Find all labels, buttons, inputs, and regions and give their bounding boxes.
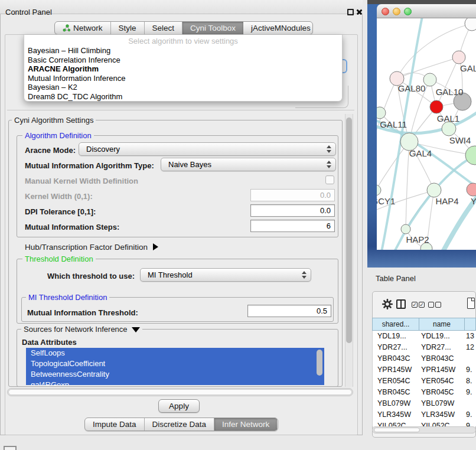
dropdown-item-bayesian-hill-climbing[interactable]: Bayesian – Hill Climbing — [27, 46, 339, 56]
table-cell: 9. — [466, 410, 472, 419]
table-row[interactable]: YBL079WYBL079W — [373, 398, 476, 409]
which-threshold-combobox[interactable]: MI Threshold — [140, 268, 311, 282]
tab-cyni-toolbox[interactable]: Cyni Toolbox — [182, 22, 243, 34]
mi-steps-field[interactable]: 6 — [250, 220, 335, 232]
zoom-window-button[interactable] — [404, 8, 412, 15]
table-row[interactable]: YLR345WYLR345W9. — [373, 409, 476, 420]
table-row[interactable]: YDR27...YDR27...12 — [373, 342, 476, 353]
which-threshold-label: Which threshold to use: — [47, 272, 135, 281]
checked-checkbox-icon[interactable]: ✓ — [412, 302, 418, 308]
table-row[interactable]: YBR043CYBR043C — [373, 353, 476, 364]
stepper-arrows-icon — [327, 145, 331, 153]
unchecked-checkbox-icon[interactable] — [435, 302, 441, 308]
table-cell: YBR045C — [377, 388, 410, 396]
network-node[interactable] — [401, 224, 410, 234]
tab-network[interactable]: Network — [55, 22, 110, 34]
algorithm-dropdown-list: Bayesian – Hill ClimbingBasic Correlatio… — [27, 46, 339, 102]
tab-discretize-data[interactable]: Discretize Data — [144, 418, 214, 431]
tab-label: Discretize Data — [152, 420, 207, 429]
control-panel-titlebar — [0, 0, 363, 14]
network-node-label: GAL — [460, 63, 476, 73]
network-node[interactable] — [452, 51, 465, 64]
table-rows: YDL19...YDL19...13YDR27...YDR27...12YBR0… — [372, 331, 476, 426]
stepper-arrows-icon — [327, 161, 331, 168]
table-column-header-name[interactable]: name — [419, 318, 464, 331]
minimized-panel-icon[interactable] — [4, 446, 17, 450]
attribute-item-selfloops[interactable]: SelfLoops — [26, 348, 324, 358]
network-node[interactable] — [442, 122, 456, 136]
attribute-item-gal4rgexp[interactable]: gal4RGexp — [26, 380, 324, 385]
dropdown-item-dream8-dc-tdc-algorithm[interactable]: Dream8 DC_TDC Algorithm — [27, 92, 339, 102]
network-window-titlebar[interactable] — [377, 4, 476, 18]
mi-threshold-definition-legend: MI Threshold Definition — [26, 293, 109, 302]
expander-right-arrow-icon — [153, 243, 158, 250]
sources-legend[interactable]: Sources for Network Inference — [21, 325, 142, 334]
manual-kernel-width-checkbox[interactable] — [325, 175, 334, 184]
table-cell: YER054C — [377, 377, 410, 385]
dpi-tolerance-field[interactable]: 0.0 — [250, 204, 335, 217]
unchecked-checkbox-icon[interactable] — [428, 302, 434, 308]
tab-infer-network[interactable]: Infer Network — [214, 418, 277, 431]
aracne-mode-label: Aracne Mode: — [25, 146, 76, 155]
table-column-header-shared[interactable]: shared... — [372, 318, 419, 331]
tab-style[interactable]: Style — [110, 22, 144, 34]
minimize-window-button[interactable] — [393, 8, 400, 15]
mi-steps-label: Mutual Information Steps: — [25, 223, 119, 231]
network-node[interactable] — [465, 146, 476, 165]
network-node[interactable] — [465, 18, 476, 31]
dropdown-item-mutual-information-inference[interactable]: Mutual Information Inference — [27, 74, 339, 83]
close-icon[interactable] — [356, 8, 363, 16]
apply-button[interactable]: Apply — [158, 399, 200, 413]
close-window-button[interactable] — [382, 8, 389, 15]
dpi-tolerance-label: DPI Tolerance [0,1]: — [25, 207, 96, 216]
threshold-definition-legend: Threshold Definition — [22, 255, 96, 263]
network-node[interactable] — [467, 183, 476, 196]
table-row[interactable]: YER054CYER054C8. — [373, 376, 476, 387]
screen: Control Panel NetworkStyleSelectCyni Too… — [0, 0, 476, 450]
settings-vertical-scrollbar-thumb[interactable] — [346, 118, 352, 343]
data-attributes-scrollbar-thumb[interactable] — [317, 350, 322, 376]
attribute-item-betweennesscentrality[interactable]: BetweennessCentrality — [26, 369, 324, 380]
table-horizontal-scrollbar-thumb[interactable] — [374, 428, 420, 432]
cyni-algorithm-settings-legend: Cyni Algorithm Settings — [12, 116, 96, 125]
checked-checkbox-icon[interactable]: ✓ — [419, 302, 425, 308]
tab-impute-data[interactable]: Impute Data — [85, 418, 144, 431]
tab-label: Select — [152, 24, 175, 32]
tab-jactivemnodules[interactable]: jActiveMNodules — [243, 22, 313, 34]
network-view-canvas[interactable]: GALGAL80GAL10GAL1GAL11SWI4GAL4GCY1HAP4YH… — [377, 18, 476, 250]
table-row[interactable]: YBR045CYBR045C9. — [373, 387, 476, 398]
network-node[interactable] — [430, 100, 443, 113]
dropdown-item-bayesian-k2[interactable]: Bayesian – K2 — [27, 83, 339, 92]
table-header-row: shared...name — [372, 318, 476, 331]
document-icon[interactable] — [467, 298, 475, 309]
table-row[interactable]: YDL19...YDL19...13 — [373, 331, 476, 342]
gear-icon[interactable] — [382, 298, 393, 310]
table-row[interactable]: YIL052CYIL052C9 — [373, 420, 476, 426]
float-window-icon[interactable] — [347, 9, 354, 15]
table-cell: 13 — [466, 332, 474, 340]
mi-steps-value: 6 — [327, 221, 331, 230]
table-row[interactable]: YPR145WYPR145W9. — [373, 364, 476, 376]
mi-algorithm-type-value: Naive Bayes — [168, 160, 211, 169]
network-node-label: GAL1 — [437, 113, 459, 123]
tab-select[interactable]: Select — [144, 22, 182, 34]
network-node[interactable] — [427, 183, 441, 197]
kernel-width-label: Kernel Width (0,1): — [25, 192, 93, 201]
attribute-item-topologicalcoefficient[interactable]: TopologicalCoefficient — [26, 358, 324, 369]
mi-algorithm-type-combobox[interactable]: Naive Bayes — [161, 158, 336, 171]
aracne-mode-combobox[interactable]: Discovery — [79, 142, 336, 156]
network-node[interactable] — [377, 185, 381, 195]
hub-definition-expander[interactable]: Hub/Transcription Factor Definition — [25, 243, 158, 252]
show-columns-icon[interactable] — [396, 299, 406, 309]
dropdown-item-basic-correlation-inference[interactable]: Basic Correlation Inference — [27, 56, 339, 65]
network-node-label: Y — [471, 196, 476, 206]
table-column-header-col2[interactable] — [464, 318, 476, 331]
kernel-width-field[interactable]: 0.0 — [250, 189, 335, 201]
network-node[interactable] — [377, 107, 386, 119]
mi-threshold-value: 0.5 — [317, 306, 327, 315]
settings-horizontal-scrollbar-thumb[interactable] — [8, 389, 352, 395]
mi-threshold-field[interactable]: 0.5 — [247, 305, 331, 317]
tab-label: Style — [119, 24, 136, 32]
manual-kernel-width-label: Manual Kernel Width Definition — [25, 177, 138, 185]
dropdown-item-aracne-algorithm[interactable]: ARACNE Algorithm — [27, 64, 339, 74]
